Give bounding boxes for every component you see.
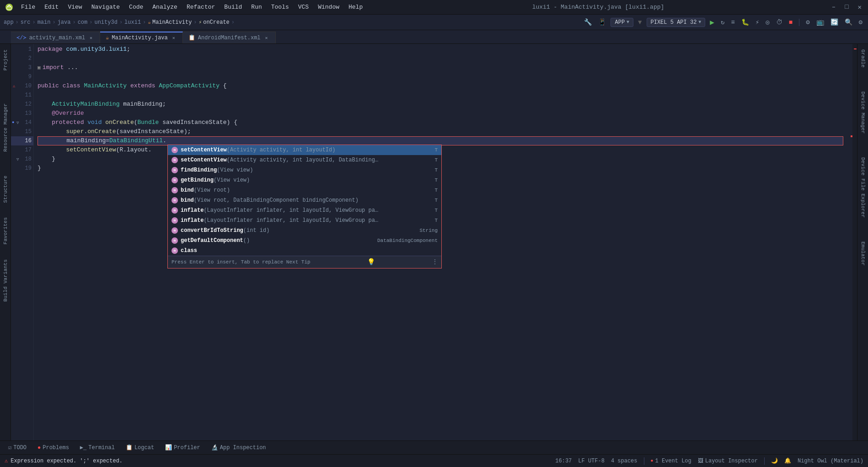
indent-setting[interactable]: 4 spaces bbox=[611, 458, 638, 464]
ac-item-10[interactable]: m class bbox=[168, 246, 441, 256]
breadcrumb-luxi1[interactable]: luxi1 bbox=[124, 19, 141, 26]
wrench-icon[interactable]: 🔧 bbox=[582, 17, 594, 27]
refresh-button[interactable]: ↻ bbox=[719, 17, 726, 27]
breadcrumb-oncreate[interactable]: onCreate bbox=[203, 19, 230, 26]
minimize-button[interactable]: – bbox=[830, 3, 837, 11]
debug-icon[interactable]: 🐛 bbox=[739, 17, 751, 27]
code-line-16: mainBinding=DataBindingUtil. bbox=[38, 136, 843, 145]
code-line-2 bbox=[38, 54, 852, 63]
ac-item-2[interactable]: m findBinding(View view) T bbox=[168, 165, 441, 175]
coverage-icon[interactable]: ◎ bbox=[764, 17, 771, 27]
code-line-13: @Override bbox=[38, 109, 852, 118]
theme[interactable]: Night Owl (Material) bbox=[798, 458, 863, 464]
menu-file[interactable]: File bbox=[17, 3, 39, 11]
stop-icon[interactable]: ■ bbox=[787, 18, 794, 27]
layout-inspector[interactable]: 🖼 Layout Inspector bbox=[698, 457, 758, 464]
ac-item-9[interactable]: m getDefaultComponent() DataBindingCompo… bbox=[168, 236, 441, 246]
maximize-button[interactable]: □ bbox=[843, 3, 850, 11]
ac-item-4[interactable]: m bind(View root) T bbox=[168, 185, 441, 195]
ac-name-10: class bbox=[181, 246, 431, 255]
line-ending-encoding[interactable]: LF UTF-8 bbox=[578, 458, 605, 464]
bulb-icon[interactable]: 💡 bbox=[367, 258, 375, 267]
menu-analyze[interactable]: Analyze bbox=[149, 3, 181, 11]
sidebar-item-resource-manager[interactable]: Resource Manager bbox=[2, 101, 9, 155]
android-icon[interactable]: 📱 bbox=[596, 17, 608, 27]
menu-navigate[interactable]: Navigate bbox=[88, 3, 123, 11]
ac-item-5[interactable]: m bind(View root, DataBindingComponent b… bbox=[168, 195, 441, 205]
sidebar-item-structure[interactable]: Structure bbox=[2, 173, 9, 205]
ac-item-0[interactable]: m setContentView(Activity activity, int … bbox=[168, 145, 441, 155]
event-log[interactable]: ● 1 Event Log bbox=[651, 458, 691, 464]
tab-android-manifest[interactable]: 📋 AndroidManifest.xml ✕ bbox=[183, 32, 276, 43]
code-content[interactable]: package com.unity3d.luxi1; ▣import ... p… bbox=[34, 44, 852, 440]
menu-view[interactable]: View bbox=[64, 3, 86, 11]
sidebar-item-gradle[interactable]: Gradle bbox=[859, 47, 867, 70]
bottom-tab-terminal[interactable]: ▶_ Terminal bbox=[75, 443, 119, 452]
separator2 bbox=[764, 457, 765, 465]
avd-manager-icon[interactable]: 📺 bbox=[814, 17, 826, 27]
run-button[interactable]: ▶ bbox=[708, 18, 716, 27]
code-line-9 bbox=[38, 72, 852, 81]
breadcrumb-mainactivity[interactable]: MainActivity bbox=[152, 19, 192, 26]
notifications[interactable]: 🔔 bbox=[784, 457, 791, 464]
ac-item-8[interactable]: m convertBrIdToString(int id) String bbox=[168, 225, 441, 236]
code-line-10: public class MainActivity extends AppCom… bbox=[38, 81, 852, 91]
tab-close-android-manifest[interactable]: ✕ bbox=[263, 35, 270, 41]
cursor-position[interactable]: 16:37 bbox=[555, 458, 572, 464]
menu-refactor[interactable]: Refactor bbox=[183, 3, 219, 11]
sidebar-item-build-variants[interactable]: Build Variants bbox=[2, 257, 9, 304]
profile-icon[interactable]: ⏱ bbox=[774, 18, 784, 27]
breadcrumb-java[interactable]: java bbox=[58, 19, 71, 26]
settings-icon[interactable]: ⚙ bbox=[857, 17, 864, 27]
sidebar-item-emulator[interactable]: Emulator bbox=[859, 239, 867, 268]
sidebar-item-project[interactable]: Project bbox=[2, 47, 9, 73]
close-button[interactable]: ✕ bbox=[856, 3, 863, 11]
menu-build[interactable]: Build bbox=[220, 3, 246, 11]
sidebar-item-device-manager[interactable]: Device Manager bbox=[859, 89, 867, 136]
menu-code[interactable]: Code bbox=[125, 3, 147, 11]
breadcrumb-src[interactable]: src bbox=[21, 19, 31, 26]
bottom-tab-todo[interactable]: ☑ TODO bbox=[4, 443, 31, 452]
menu-window[interactable]: Window bbox=[314, 3, 343, 11]
search-icon[interactable]: 🔍 bbox=[843, 17, 854, 27]
sidebar-item-device-file-explorer[interactable]: Device File Explorer bbox=[859, 155, 867, 220]
tab-close-main-activity[interactable]: ✕ bbox=[171, 35, 177, 41]
pixel-device-selector[interactable]: PIXEL 5 API 32 ▼ bbox=[647, 18, 706, 27]
ac-name-1: setContentView(Activity activity, int la… bbox=[181, 156, 428, 165]
bottom-tab-logcat[interactable]: 📋 Logcat bbox=[121, 443, 159, 452]
sdk-manager-icon[interactable]: ⚙ bbox=[804, 17, 811, 27]
line-3: 3 bbox=[11, 63, 33, 72]
menu-help[interactable]: Help bbox=[345, 3, 366, 11]
device-selector-icon[interactable]: ▼ bbox=[636, 18, 643, 27]
profiler-icon[interactable]: ≡ bbox=[729, 18, 736, 27]
ac-name-6: inflate(LayoutInflater inflater, int lay… bbox=[181, 206, 428, 215]
menu-edit[interactable]: Edit bbox=[41, 3, 62, 11]
menu-tools[interactable]: Tools bbox=[268, 3, 293, 11]
app-selector[interactable]: APP ▼ bbox=[611, 18, 633, 27]
ac-icon-7: m bbox=[171, 217, 178, 224]
bottom-tab-app-inspection[interactable]: 🔬 App Inspection bbox=[207, 443, 271, 452]
bottom-tab-problems[interactable]: ● Problems bbox=[33, 444, 74, 452]
breadcrumb-com[interactable]: com bbox=[78, 19, 88, 26]
git-branch[interactable]: 🌙 bbox=[771, 457, 778, 464]
breadcrumb-main[interactable]: main bbox=[38, 19, 51, 26]
ac-icon-10: m bbox=[171, 247, 178, 254]
ac-item-6[interactable]: m inflate(LayoutInflater inflater, int l… bbox=[168, 205, 441, 215]
tab-close-activity-main[interactable]: ✕ bbox=[88, 35, 94, 41]
menu-vcs[interactable]: VCS bbox=[295, 3, 312, 11]
ac-item-3[interactable]: m getBinding(View view) T bbox=[168, 175, 441, 185]
ac-more-icon[interactable]: ⋮ bbox=[432, 258, 438, 267]
attach-debugger-icon[interactable]: ⚡ bbox=[754, 17, 761, 27]
breadcrumb-unity3d[interactable]: unity3d bbox=[94, 19, 117, 26]
tab-main-activity[interactable]: ☕ MainActivity.java ✕ bbox=[100, 32, 183, 43]
sidebar-item-favorites[interactable]: Favorites bbox=[2, 215, 9, 247]
tab-activity-main[interactable]: ≺/≻ activity_main.xml ✕ bbox=[11, 32, 100, 43]
bottom-tab-profiler[interactable]: 📊 Profiler bbox=[161, 443, 205, 452]
menu-run[interactable]: Run bbox=[247, 3, 265, 11]
sync-icon[interactable]: 🔄 bbox=[829, 17, 840, 27]
ac-name-5: bind(View root, DataBindingComponent bin… bbox=[181, 196, 428, 205]
breadcrumb-app[interactable]: app bbox=[4, 19, 14, 26]
editor-scrollbar[interactable] bbox=[852, 44, 857, 440]
ac-item-7[interactable]: m inflate(LayoutInflater inflater, int l… bbox=[168, 215, 441, 225]
ac-item-1[interactable]: m setContentView(Activity activity, int … bbox=[168, 155, 441, 165]
